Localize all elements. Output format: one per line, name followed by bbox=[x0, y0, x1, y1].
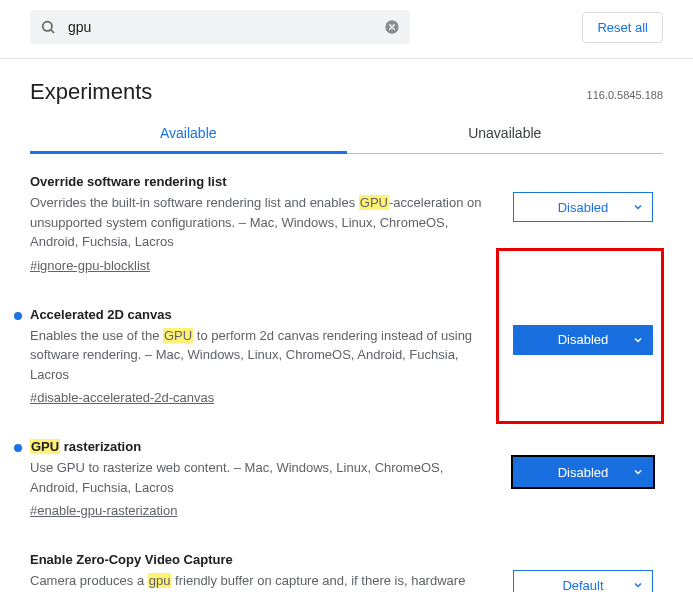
clear-search-icon[interactable] bbox=[384, 19, 400, 35]
flag-title: Override software rendering list bbox=[30, 174, 493, 189]
flag-select-value: Disabled bbox=[558, 332, 609, 347]
flag-select-value: Disabled bbox=[558, 200, 609, 215]
flag-row: Override software rendering listOverride… bbox=[30, 154, 663, 287]
flag-row: Enable Zero-Copy Video CaptureCamera pro… bbox=[30, 532, 663, 592]
flag-select[interactable]: Disabled bbox=[513, 325, 653, 355]
flag-body: Enable Zero-Copy Video CaptureCamera pro… bbox=[30, 552, 493, 592]
reset-all-button[interactable]: Reset all bbox=[582, 12, 663, 43]
flag-body: GPU rasterizationUse GPU to rasterize we… bbox=[30, 439, 493, 518]
modified-indicator-icon bbox=[14, 444, 22, 452]
flag-row: GPU rasterizationUse GPU to rasterize we… bbox=[30, 419, 663, 532]
chevron-down-icon bbox=[632, 334, 644, 346]
chevron-down-icon bbox=[632, 579, 644, 591]
svg-line-1 bbox=[51, 30, 54, 33]
flag-select-value: Disabled bbox=[558, 465, 609, 480]
flag-title: GPU rasterization bbox=[30, 439, 493, 454]
flag-select[interactable]: Disabled bbox=[513, 192, 653, 222]
flag-description: Use GPU to rasterize web content. – Mac,… bbox=[30, 458, 493, 497]
flag-select[interactable]: Disabled bbox=[513, 457, 653, 487]
modified-indicator-icon bbox=[14, 312, 22, 320]
flag-body: Override software rendering listOverride… bbox=[30, 174, 493, 273]
chevron-down-icon bbox=[632, 466, 644, 478]
tabs: Available Unavailable bbox=[30, 113, 663, 154]
svg-point-0 bbox=[43, 22, 52, 31]
flag-description: Enables the use of the GPU to perform 2d… bbox=[30, 326, 493, 385]
flag-control: Default bbox=[513, 552, 663, 592]
flag-hash-link[interactable]: #disable-accelerated-2d-canvas bbox=[30, 390, 214, 405]
flag-control: Disabled bbox=[513, 174, 663, 273]
flag-select-value: Default bbox=[562, 578, 603, 593]
flag-hash-link[interactable]: #ignore-gpu-blocklist bbox=[30, 258, 150, 273]
flag-control: Disabled bbox=[513, 307, 663, 406]
page-title: Experiments bbox=[30, 79, 152, 105]
search-icon bbox=[40, 19, 56, 35]
flag-description: Camera produces a gpu friendly buffer on… bbox=[30, 571, 493, 592]
flag-body: Accelerated 2D canvasEnables the use of … bbox=[30, 307, 493, 406]
tab-available[interactable]: Available bbox=[30, 113, 347, 154]
tab-unavailable[interactable]: Unavailable bbox=[347, 113, 664, 153]
flag-title: Accelerated 2D canvas bbox=[30, 307, 493, 322]
version-label: 116.0.5845.188 bbox=[587, 89, 663, 101]
chevron-down-icon bbox=[632, 201, 644, 213]
flags-list: Override software rendering listOverride… bbox=[30, 154, 663, 592]
flag-control: Disabled bbox=[513, 439, 663, 518]
flag-select[interactable]: Default bbox=[513, 570, 653, 592]
flag-hash-link[interactable]: #enable-gpu-rasterization bbox=[30, 503, 177, 518]
flag-title: Enable Zero-Copy Video Capture bbox=[30, 552, 493, 567]
search-box[interactable] bbox=[30, 10, 410, 44]
flag-row: Accelerated 2D canvasEnables the use of … bbox=[30, 287, 663, 420]
search-input[interactable] bbox=[66, 18, 384, 36]
flag-description: Overrides the built-in software renderin… bbox=[30, 193, 493, 252]
